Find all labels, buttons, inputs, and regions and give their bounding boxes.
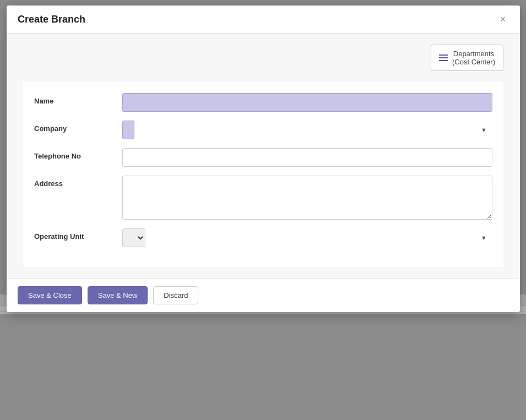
- operating-unit-select[interactable]: [122, 228, 145, 247]
- chevron-down-icon: ▼: [481, 127, 487, 133]
- company-row: Company ▼: [34, 121, 492, 139]
- operating-unit-label: Operating Unit: [34, 228, 122, 241]
- dept-btn-row: Departments (Cost Center): [23, 45, 503, 71]
- name-row: Name: [34, 93, 492, 112]
- name-input[interactable]: [122, 93, 492, 112]
- modal-footer: Save & Close Save & New Discard: [7, 278, 520, 312]
- departments-button[interactable]: Departments (Cost Center): [431, 45, 503, 71]
- close-button[interactable]: ×: [496, 13, 509, 25]
- modal-title: Create Branch: [18, 14, 85, 25]
- address-row: Address: [34, 176, 492, 220]
- telephone-input[interactable]: [122, 148, 492, 167]
- departments-button-label: Departments (Cost Center): [452, 50, 495, 66]
- dept-label-line2: (Cost Center): [452, 58, 495, 66]
- company-select[interactable]: [122, 121, 134, 139]
- address-label: Address: [34, 176, 122, 188]
- dept-label-line1: Departments: [453, 50, 494, 58]
- chevron-down-icon-2: ▼: [481, 234, 487, 241]
- modal-body: Departments (Cost Center) Name Company ▼: [7, 34, 520, 278]
- form-section: Name Company ▼ Telephone No A: [23, 82, 503, 267]
- telephone-label: Telephone No: [34, 148, 122, 160]
- telephone-row: Telephone No: [34, 148, 492, 167]
- list-icon: [439, 54, 448, 61]
- operating-unit-row: Operating Unit ▼: [34, 228, 492, 247]
- address-textarea[interactable]: [122, 176, 492, 220]
- operating-unit-select-wrapper: ▼: [122, 228, 492, 247]
- company-label: Company: [34, 121, 122, 133]
- save-new-button[interactable]: Save & New: [88, 286, 148, 304]
- name-label: Name: [34, 93, 122, 105]
- modal-header: Create Branch ×: [7, 6, 520, 34]
- save-close-button[interactable]: Save & Close: [18, 286, 82, 304]
- create-branch-modal: Create Branch × Departments (Cost Center…: [7, 6, 520, 312]
- discard-button[interactable]: Discard: [153, 286, 198, 304]
- company-select-wrapper: ▼: [122, 121, 492, 139]
